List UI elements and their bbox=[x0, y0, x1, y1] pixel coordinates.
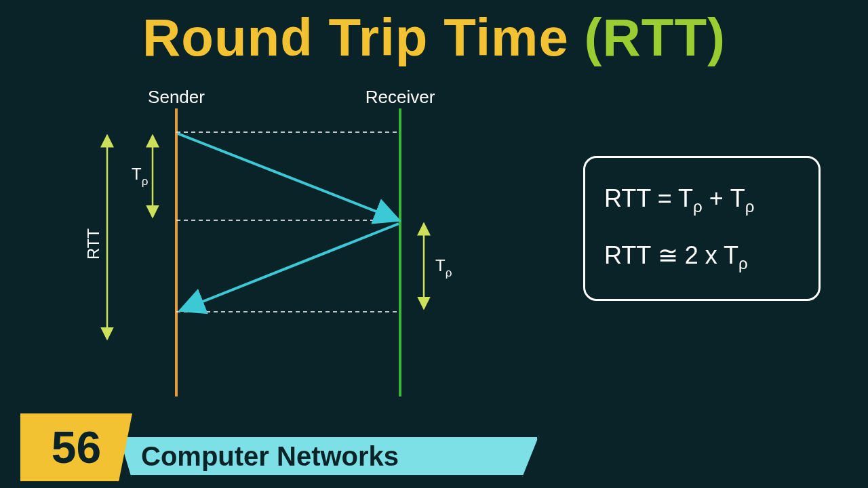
footer: 56 Computer Networks bbox=[0, 420, 868, 488]
tp1-label: Tρ bbox=[132, 165, 148, 188]
slide-title: Round Trip Time (RTT) bbox=[0, 0, 868, 68]
slide-number-badge: 56 bbox=[20, 413, 132, 481]
rtt-label: RTT bbox=[84, 228, 102, 260]
send-arrow bbox=[178, 134, 399, 220]
tp2-label: Tρ bbox=[435, 256, 452, 279]
rtt-diagram: Sender Receiver RTT Tρ Tρ bbox=[61, 88, 481, 407]
title-main: Round Trip Time bbox=[142, 7, 585, 67]
formula-box: RTT = Tρ + Tρ RTT ≅ 2 x Tρ bbox=[583, 156, 821, 301]
formula-line-2: RTT ≅ 2 x Tρ bbox=[604, 239, 800, 275]
course-title-badge: Computer Networks bbox=[119, 435, 539, 477]
title-abbrev: (RTT) bbox=[585, 7, 726, 67]
sender-label: Sender bbox=[148, 88, 205, 107]
ack-arrow bbox=[180, 224, 399, 310]
receiver-label: Receiver bbox=[366, 88, 435, 107]
formula-line-1: RTT = Tρ + Tρ bbox=[604, 182, 800, 218]
